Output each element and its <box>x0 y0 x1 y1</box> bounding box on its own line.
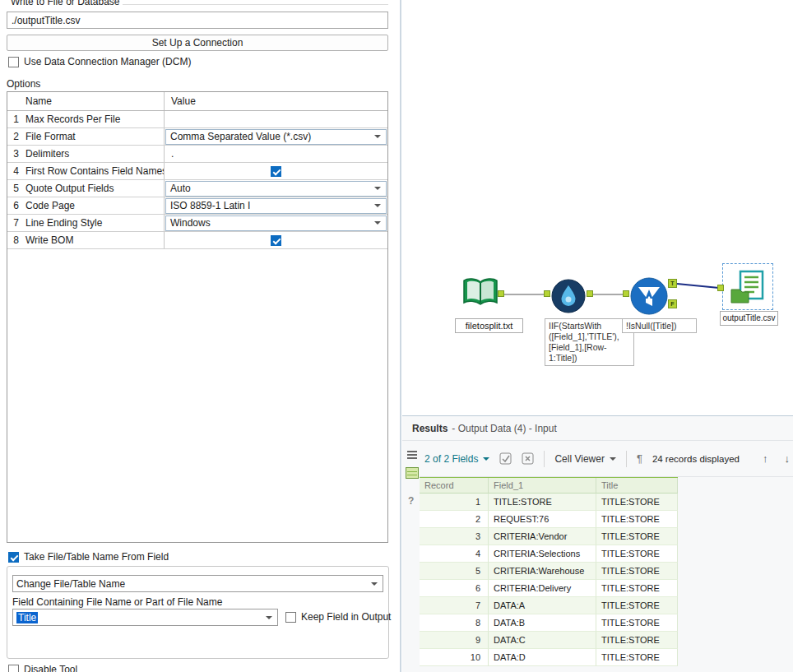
title-cell[interactable]: TITLE:STORE <box>596 580 678 597</box>
column-header-field1[interactable]: Field_1 <box>489 478 596 494</box>
arrow-down-icon[interactable]: ↓ <box>781 452 793 465</box>
field1-cell[interactable]: CRITERIA:Vendor <box>489 528 596 545</box>
field1-cell[interactable]: CRITERIA:Delivery <box>489 580 596 597</box>
keep-field-checkbox[interactable] <box>285 612 296 623</box>
column-header-record[interactable]: Record <box>420 478 489 494</box>
field1-cell[interactable]: CRITERIA:Selections <box>489 545 596 563</box>
record-cell[interactable]: 8 <box>420 614 489 632</box>
title-cell[interactable]: TITLE:STORE <box>596 649 678 666</box>
toolbar-separator <box>626 451 627 467</box>
disable-tool-checkbox[interactable] <box>8 665 19 672</box>
field1-cell[interactable]: DATA:D <box>489 649 596 666</box>
dcm-label: Use Data Connection Manager (DCM) <box>24 56 191 67</box>
field1-cell[interactable]: DATA:C <box>489 632 596 649</box>
panel-separator[interactable] <box>400 0 401 672</box>
title-cell[interactable]: TITLE:STORE <box>596 528 678 545</box>
write-bom-checkbox[interactable] <box>271 235 281 246</box>
field1-cell[interactable]: CRITERIA:Warehouse <box>489 563 596 580</box>
cancel-x-icon[interactable] <box>522 452 534 465</box>
title-cell[interactable]: TITLE:STORE <box>596 597 678 614</box>
line-ending-dropdown[interactable]: Windows <box>165 216 387 231</box>
quote-output-dropdown[interactable]: Auto <box>165 181 387 197</box>
title-cell[interactable]: TITLE:STORE <box>596 563 678 580</box>
title-cell[interactable]: TITLE:STORE <box>596 632 678 649</box>
record-cell[interactable]: 4 <box>420 545 489 563</box>
output-data-tool[interactable] <box>722 263 773 310</box>
table-row: 10 DATA:D TITLE:STORE <box>420 649 678 666</box>
record-cell[interactable]: 1 <box>420 494 489 511</box>
field1-cell[interactable]: TITLE:STORE <box>489 494 596 511</box>
field-containing-label: Field Containing File Name or Part of Fi… <box>12 596 222 608</box>
filter-false-anchor[interactable]: F <box>668 299 677 308</box>
delimiters-value-cell[interactable]: . <box>164 146 387 162</box>
field1-cell[interactable]: REQUEST:76 <box>489 511 596 528</box>
input-book-icon <box>461 276 500 309</box>
option-name: Quote Output Fields <box>21 180 164 197</box>
option-row-code-page: 6 Code Page ISO 8859-1 Latin I <box>7 197 387 215</box>
input-data-tool[interactable] <box>461 276 500 309</box>
dcm-checkbox-row: Use Data Connection Manager (DCM) <box>8 56 191 67</box>
max-records-value-cell[interactable] <box>164 111 387 127</box>
first-row-names-checkbox[interactable] <box>271 166 281 177</box>
cell-viewer-dropdown[interactable]: Cell Viewer <box>554 453 615 465</box>
row-number: 6 <box>7 197 21 214</box>
take-name-checkbox[interactable] <box>8 552 19 563</box>
file-format-dropdown[interactable]: Comma Separated Value (*.csv) <box>165 129 387 145</box>
connection-filter-output-selected[interactable] <box>677 284 719 288</box>
output-data-config-panel: Write to File or Database Set Up a Conne… <box>0 0 401 672</box>
help-icon[interactable]: ? <box>408 495 414 507</box>
delimiters-value: . <box>165 148 174 160</box>
title-cell[interactable]: TITLE:STORE <box>596 614 678 632</box>
workflow-canvas[interactable]: filetosplit.txt IIF(StartsWith ([Field_1… <box>403 0 793 415</box>
formula-annotation[interactable]: IIF(StartsWith ([Field_1],'TITLE'), [Fie… <box>545 318 634 366</box>
line-ending-value: Windows <box>170 217 211 229</box>
title-cell[interactable]: TITLE:STORE <box>596 494 678 511</box>
arrow-up-icon[interactable]: ↑ <box>759 452 772 465</box>
filter-true-anchor[interactable]: T <box>668 279 677 288</box>
option-name: Delimiters <box>21 146 164 162</box>
input-tool-label[interactable]: filetosplit.txt <box>455 318 523 333</box>
record-cell[interactable]: 7 <box>420 597 489 614</box>
formula-output-anchor[interactable] <box>587 290 593 297</box>
field1-cell[interactable]: DATA:A <box>489 597 596 614</box>
formula-input-anchor[interactable] <box>544 290 550 297</box>
filter-input-anchor[interactable] <box>623 290 629 297</box>
option-row-quote-output: 5 Quote Output Fields Auto <box>7 180 387 197</box>
field1-cell[interactable]: DATA:B <box>489 614 596 632</box>
record-cell[interactable]: 6 <box>420 580 489 597</box>
filter-tool[interactable] <box>630 277 668 315</box>
formula-tool[interactable] <box>551 279 586 313</box>
apply-check-icon[interactable] <box>499 452 512 465</box>
output-tool-label[interactable]: outputTitle.csv <box>720 311 778 326</box>
field-name-dropdown[interactable]: Title <box>12 609 278 626</box>
filter-annotation[interactable]: !IsNull([Title]) <box>622 318 697 333</box>
options-table-header: Name Value <box>7 92 387 111</box>
output-path-input[interactable] <box>7 12 388 29</box>
dcm-checkbox[interactable] <box>8 57 19 67</box>
fields-selector[interactable]: 2 of 2 Fields <box>424 453 489 465</box>
input-output-anchor[interactable] <box>498 290 504 297</box>
option-name: Write BOM <box>21 232 164 248</box>
output-input-anchor[interactable] <box>717 285 724 291</box>
record-cell[interactable]: 2 <box>420 511 489 528</box>
chevron-down-icon <box>374 204 381 207</box>
data-view-icon[interactable] <box>406 467 419 479</box>
options-header-name: Name <box>7 92 164 110</box>
record-cell[interactable]: 9 <box>420 632 489 649</box>
table-row: 5 CRITERIA:Warehouse TITLE:STORE <box>420 563 678 580</box>
title-cell[interactable]: TITLE:STORE <box>596 545 678 563</box>
record-cell[interactable]: 5 <box>420 563 489 580</box>
keep-field-row: Keep Field in Output <box>285 611 391 623</box>
record-cell[interactable]: 3 <box>420 528 489 545</box>
table-row: 4 CRITERIA:Selections TITLE:STORE <box>420 545 678 563</box>
column-header-title[interactable]: Title <box>596 478 678 494</box>
paragraph-icon[interactable]: ¶ <box>637 452 642 465</box>
title-cell[interactable]: TITLE:STORE <box>596 511 678 528</box>
metadata-view-icon[interactable] <box>407 451 417 452</box>
change-name-dropdown[interactable]: Change File/Table Name <box>12 575 383 592</box>
option-row-write-bom: 8 Write BOM <box>7 232 387 249</box>
record-cell[interactable]: 10 <box>420 649 489 666</box>
setup-connection-button[interactable]: Set Up a Connection <box>7 35 388 51</box>
code-page-dropdown[interactable]: ISO 8859-1 Latin I <box>165 198 387 214</box>
code-page-value: ISO 8859-1 Latin I <box>170 200 250 211</box>
